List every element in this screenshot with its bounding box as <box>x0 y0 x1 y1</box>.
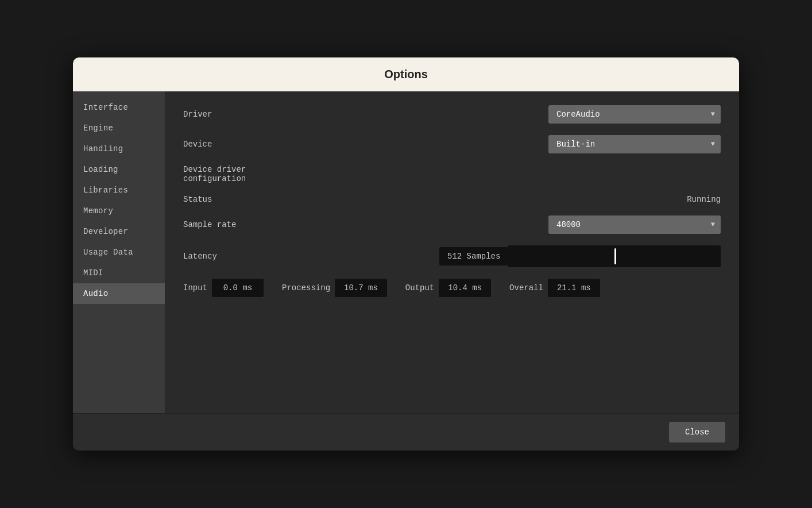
output-value: 10.4 ms <box>439 279 491 297</box>
driver-row: Driver CoreAudio ASIO WASAPI ▼ <box>183 105 721 124</box>
latency-row: Latency 512 Samples <box>183 245 721 267</box>
status-value: Running <box>687 195 721 204</box>
sidebar-item-libraries[interactable]: Libraries <box>73 180 165 201</box>
sidebar: Interface Engine Handling Loading Librar… <box>73 91 165 413</box>
input-label: Input <box>183 283 207 293</box>
overall-metric: Overall 21.1 ms <box>509 279 600 297</box>
sidebar-item-engine[interactable]: Engine <box>73 118 165 138</box>
output-metric: Output 10.4 ms <box>405 279 491 297</box>
device-label: Device <box>183 140 310 149</box>
options-dialog: Options Interface Engine Handling Loadin… <box>73 57 739 451</box>
device-row: Device Built-in External ▼ <box>183 135 721 153</box>
device-select[interactable]: Built-in External <box>548 135 721 153</box>
processing-label: Processing <box>282 283 330 293</box>
sidebar-item-audio[interactable]: Audio <box>73 283 165 304</box>
device-driver-config-label: Device driver configuration <box>183 165 310 183</box>
latency-label: Latency <box>183 252 310 261</box>
status-label: Status <box>183 195 310 204</box>
close-button[interactable]: Close <box>669 422 725 442</box>
dialog-title: Options <box>384 68 428 80</box>
driver-select[interactable]: CoreAudio ASIO WASAPI <box>548 105 721 124</box>
latency-samples-display: 512 Samples <box>439 247 508 265</box>
sample-rate-select[interactable]: 44100 48000 88200 96000 <box>548 215 721 234</box>
device-select-wrapper: Built-in External ▼ <box>548 135 721 153</box>
overall-label: Overall <box>509 283 543 293</box>
main-content: Driver CoreAudio ASIO WASAPI ▼ Device Bu… <box>165 91 739 413</box>
input-metric: Input 0.0 ms <box>183 279 264 297</box>
latency-slider-track[interactable] <box>508 245 721 267</box>
sidebar-item-loading[interactable]: Loading <box>73 159 165 180</box>
latency-slider-thumb <box>614 248 616 264</box>
device-driver-config-row: Device driver configuration <box>183 165 721 183</box>
sidebar-item-developer[interactable]: Developer <box>73 221 165 242</box>
overall-value: 21.1 ms <box>548 279 600 297</box>
sidebar-item-handling[interactable]: Handling <box>73 138 165 159</box>
sample-rate-select-wrapper: 44100 48000 88200 96000 ▼ <box>548 215 721 234</box>
status-row: Status Running <box>183 195 721 204</box>
input-value: 0.0 ms <box>212 279 264 297</box>
latency-control: 512 Samples <box>439 245 721 267</box>
sample-rate-label: Sample rate <box>183 220 310 229</box>
processing-value: 10.7 ms <box>335 279 387 297</box>
sidebar-item-usage-data[interactable]: Usage Data <box>73 242 165 263</box>
dialog-body: Interface Engine Handling Loading Librar… <box>73 91 739 413</box>
output-label: Output <box>405 283 434 293</box>
sample-rate-row: Sample rate 44100 48000 88200 96000 ▼ <box>183 215 721 234</box>
title-bar: Options <box>73 57 739 91</box>
driver-label: Driver <box>183 110 310 119</box>
metrics-row: Input 0.0 ms Processing 10.7 ms Output 1… <box>183 279 721 297</box>
sidebar-item-memory[interactable]: Memory <box>73 201 165 221</box>
processing-metric: Processing 10.7 ms <box>282 279 387 297</box>
driver-select-wrapper: CoreAudio ASIO WASAPI ▼ <box>548 105 721 124</box>
sidebar-item-midi[interactable]: MIDI <box>73 263 165 283</box>
sidebar-item-interface[interactable]: Interface <box>73 97 165 118</box>
dialog-footer: Close <box>73 413 739 451</box>
